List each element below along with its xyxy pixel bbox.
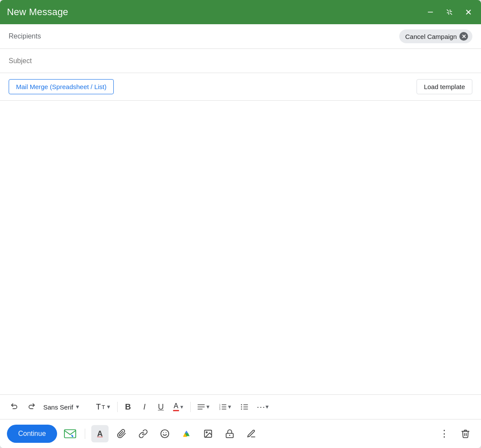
svg-point-18 xyxy=(161,430,169,438)
close-button[interactable] xyxy=(463,7,474,17)
compose-body[interactable] xyxy=(0,101,481,394)
font-size-selector[interactable]: T T ▼ xyxy=(93,401,115,413)
numbered-list-button[interactable]: 123 ▼ xyxy=(215,399,236,415)
align-button[interactable]: ▼ xyxy=(193,399,214,415)
recipients-row: Recipients Cancel Campaign ✕ xyxy=(0,24,481,49)
lock-icon xyxy=(225,429,234,438)
svg-point-14 xyxy=(241,406,242,408)
subject-input[interactable] xyxy=(9,57,472,65)
subject-row xyxy=(0,49,481,73)
drive-button[interactable] xyxy=(178,425,195,442)
emoji-button[interactable] xyxy=(156,425,173,442)
compose-title: New Message xyxy=(7,6,68,18)
bullet-list-button[interactable] xyxy=(237,399,252,415)
svg-rect-0 xyxy=(428,12,433,13)
font-color-icon: A xyxy=(173,403,179,411)
mail-merge-button[interactable]: Mail Merge (Spreadsheet / List) xyxy=(9,79,114,94)
image-icon xyxy=(203,429,213,438)
expand-button[interactable] xyxy=(444,7,455,17)
compose-header: New Message xyxy=(0,0,481,24)
cancel-campaign-button[interactable]: Cancel Campaign ✕ xyxy=(399,29,472,43)
compose-header-actions xyxy=(425,7,474,17)
signature-button[interactable] xyxy=(243,425,260,442)
link-icon xyxy=(138,429,148,438)
svg-text:3: 3 xyxy=(219,408,220,410)
more-formatting-chevron: ▼ xyxy=(265,404,270,410)
undo-button[interactable] xyxy=(7,399,22,415)
svg-point-13 xyxy=(241,404,242,406)
attach-button[interactable] xyxy=(113,425,130,442)
drive-icon xyxy=(182,429,191,438)
recipients-input[interactable] xyxy=(52,32,399,40)
font-family-label: Sans Serif xyxy=(43,403,73,411)
svg-point-17 xyxy=(72,435,74,437)
italic-icon: I xyxy=(143,402,145,412)
font-size-chevron: ▼ xyxy=(106,404,111,410)
continue-button[interactable]: Continue xyxy=(7,425,57,443)
font-color-button[interactable]: A ▼ xyxy=(170,399,188,415)
more-options-icon: ⋮ xyxy=(439,429,449,438)
numbered-list-chevron: ▼ xyxy=(227,404,232,410)
cancel-campaign-label: Cancel Campaign xyxy=(405,33,457,40)
mail-merge-icon xyxy=(64,427,77,440)
minimize-button[interactable] xyxy=(425,7,436,17)
text-formatting-icon: A xyxy=(97,429,103,438)
load-template-label: Load template xyxy=(424,83,465,90)
recipients-label: Recipients xyxy=(9,32,52,40)
mail-merge-icon-button[interactable] xyxy=(61,425,79,442)
confidential-button[interactable] xyxy=(221,425,238,442)
separator-2 xyxy=(190,402,191,412)
font-color-letter: A xyxy=(174,403,179,410)
font-color-underline xyxy=(173,410,179,411)
formatting-toolbar: Sans Serif ▼ T T ▼ B I U A ▼ xyxy=(0,394,481,419)
compose-window: New Message Recipients Cancel Campaign ✕… xyxy=(0,0,481,448)
more-formatting-button[interactable]: ⋯ ▼ xyxy=(253,399,273,415)
font-family-selector[interactable]: Sans Serif ▼ xyxy=(40,402,92,413)
trash-icon xyxy=(461,429,470,438)
font-size-icon-small: T xyxy=(102,404,105,410)
font-size-icon: T xyxy=(96,403,101,412)
bold-icon: B xyxy=(125,402,131,412)
link-button[interactable] xyxy=(135,425,152,442)
underline-icon: U xyxy=(158,402,164,412)
delete-button[interactable] xyxy=(457,425,474,442)
cancel-campaign-x-icon: ✕ xyxy=(459,32,468,41)
bold-button[interactable]: B xyxy=(120,399,136,415)
pen-icon xyxy=(247,429,256,438)
image-button[interactable] xyxy=(199,425,217,442)
separator-1 xyxy=(117,402,118,412)
svg-rect-16 xyxy=(64,430,76,438)
italic-button[interactable]: I xyxy=(137,399,152,415)
compose-actions: Continue A xyxy=(0,419,481,448)
mail-merge-label: Mail Merge (Spreadsheet / List) xyxy=(16,83,106,90)
load-template-button[interactable]: Load template xyxy=(417,79,472,94)
font-color-chevron: ▼ xyxy=(180,404,184,410)
underline-button[interactable]: U xyxy=(153,399,169,415)
compose-toolbar-row: Mail Merge (Spreadsheet / List) Load tem… xyxy=(0,73,481,101)
text-formatting-button[interactable]: A xyxy=(91,425,109,442)
emoji-icon xyxy=(160,429,170,438)
action-separator-1 xyxy=(85,429,85,439)
align-chevron: ▼ xyxy=(205,404,211,410)
redo-button[interactable] xyxy=(23,399,39,415)
svg-point-22 xyxy=(206,432,207,433)
font-family-chevron: ▼ xyxy=(75,404,80,410)
continue-label: Continue xyxy=(18,430,46,437)
attach-icon xyxy=(117,429,126,438)
svg-point-15 xyxy=(241,409,242,410)
more-formatting-icon: ⋯ xyxy=(257,402,265,412)
more-options-button[interactable]: ⋮ xyxy=(435,425,452,442)
